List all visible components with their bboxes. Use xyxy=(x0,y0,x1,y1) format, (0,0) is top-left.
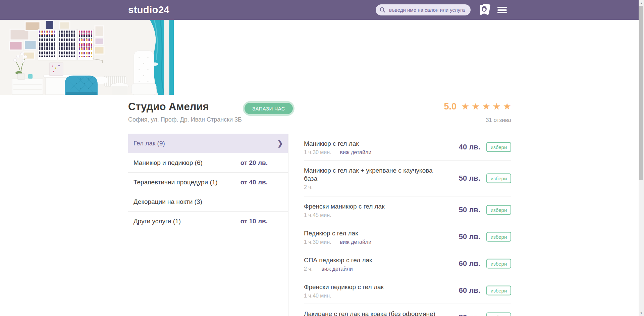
service-price: 50 лв. xyxy=(459,206,480,214)
category-min-price: от 40 лв. xyxy=(240,179,268,186)
service-duration: 1 ч.30 мин. xyxy=(304,239,331,245)
select-service-button[interactable]: избери xyxy=(486,205,511,215)
service-price: 50 лв. xyxy=(459,232,480,241)
service-row: Педикюр с гел лак 1 ч.30 мин. виж детайл… xyxy=(304,223,511,250)
service-duration: 2 ч. xyxy=(304,184,313,190)
scrollbar-thumb[interactable] xyxy=(639,6,643,180)
search-bar[interactable] xyxy=(376,4,471,15)
service-row: СПА педикюр с гел лак 2 ч. виж детайли 6… xyxy=(304,250,511,277)
service-row: Лакиране с гел лак на крака (без оформян… xyxy=(304,304,511,316)
search-input[interactable] xyxy=(388,7,467,13)
category-gel-polish[interactable]: Гел лак (9) ❯ xyxy=(128,134,288,153)
service-name: Маникюр с гел лак xyxy=(304,140,443,148)
scrollbar[interactable]: ▲ ▼ xyxy=(639,0,644,316)
service-row: Маникюр с гел лак 1 ч.30 мин. виж детайл… xyxy=(304,134,511,161)
view-details-link[interactable]: виж детайли xyxy=(340,239,372,245)
service-name: Френски маникюр с гел лак xyxy=(304,202,443,211)
salon-name: Студио Амелия xyxy=(128,101,209,113)
category-therapeutic[interactable]: Терапевтични процедури (1) от 40 лв. xyxy=(128,173,288,192)
service-duration: 1 ч.30 мин. xyxy=(304,149,331,155)
salon-photo xyxy=(0,20,174,95)
search-icon xyxy=(380,7,385,13)
category-label: Терапевтични процедури (1) xyxy=(133,179,218,186)
page: studio24 xyxy=(0,0,644,316)
rating: 5.0 ★★★★★ xyxy=(444,101,511,112)
select-service-button[interactable]: избери xyxy=(486,232,511,241)
service-price: 30 лв. xyxy=(459,313,480,316)
category-manicure-pedicure[interactable]: Маникюр и педикюр (6) от 20 лв. xyxy=(128,153,288,173)
chevron-right-icon: ❯ xyxy=(277,139,283,147)
book-appointment-button[interactable]: ЗАПАЗИ ЧАС xyxy=(243,101,294,116)
select-service-button[interactable]: избери xyxy=(486,259,511,268)
category-label: Маникюр и педикюр (6) xyxy=(133,159,203,167)
service-name: Педикюр с гел лак xyxy=(304,229,443,237)
top-bar: studio24 xyxy=(0,0,644,20)
service-name: СПА педикюр с гел лак xyxy=(304,256,443,264)
star-icons: ★★★★★ xyxy=(461,101,514,112)
select-service-button[interactable]: избери xyxy=(486,285,511,295)
service-price: 60 лв. xyxy=(459,286,480,295)
service-list: Маникюр с гел лак 1 ч.30 мин. виж детайл… xyxy=(304,134,511,316)
salon-address: София, ул. Проф. Др. Иван Странски 3Б xyxy=(128,116,242,123)
service-row: Френски маникюр с гел лак 1 ч.45 мин. 50… xyxy=(304,196,511,223)
service-duration: 2 ч. xyxy=(304,266,313,272)
category-label: Декорации на нокти (3) xyxy=(133,198,202,206)
vertical-divider xyxy=(288,134,288,316)
profile-card-icon[interactable] xyxy=(479,3,491,16)
view-details-link[interactable]: виж детайли xyxy=(321,266,353,272)
reviews-count[interactable]: 31 отзива xyxy=(486,117,511,124)
service-duration: 1 ч.40 мин. xyxy=(304,293,331,299)
service-duration: 1 ч.45 мин. xyxy=(304,212,331,218)
service-price: 50 лв. xyxy=(459,174,480,183)
category-min-price: от 20 лв. xyxy=(240,159,268,167)
service-name: Лакиране с гел лак на крака (без оформян… xyxy=(304,310,443,316)
hamburger-menu-icon[interactable] xyxy=(497,7,507,14)
select-service-button[interactable]: избери xyxy=(486,142,511,152)
service-row: Маникюр с гел лак + укрепване с каучуков… xyxy=(304,161,511,196)
view-details-link[interactable]: виж детайли xyxy=(340,149,372,155)
category-label: Гел лак (9) xyxy=(133,140,165,147)
scroll-up-icon[interactable]: ▲ xyxy=(639,0,644,6)
service-price: 60 лв. xyxy=(459,259,480,268)
service-name: Френски педикюр с гел лак xyxy=(304,283,443,291)
service-row: Френски педикюр с гел лак 1 ч.40 мин. 60… xyxy=(304,277,511,304)
scroll-down-icon[interactable]: ▼ xyxy=(639,310,644,316)
rating-score: 5.0 xyxy=(444,101,457,112)
select-service-button[interactable]: избери xyxy=(486,312,511,316)
book-appointment-label: ЗАПАЗИ ЧАС xyxy=(245,103,293,114)
category-list: Гел лак (9) ❯ Маникюр и педикюр (6) от 2… xyxy=(128,134,288,231)
category-label: Други услуги (1) xyxy=(133,218,181,225)
category-min-price: от 10 лв. xyxy=(240,218,268,225)
salon-photo-image xyxy=(0,20,174,95)
select-service-button[interactable]: избери xyxy=(486,174,511,183)
service-name: Маникюр с гел лак + укрепване с каучуков… xyxy=(304,167,443,183)
category-nail-decorations[interactable]: Декорации на нокти (3) xyxy=(128,192,288,212)
logo[interactable]: studio24 xyxy=(128,0,169,20)
category-other-services[interactable]: Други услуги (1) от 10 лв. xyxy=(128,212,288,231)
service-price: 40 лв. xyxy=(459,143,480,151)
